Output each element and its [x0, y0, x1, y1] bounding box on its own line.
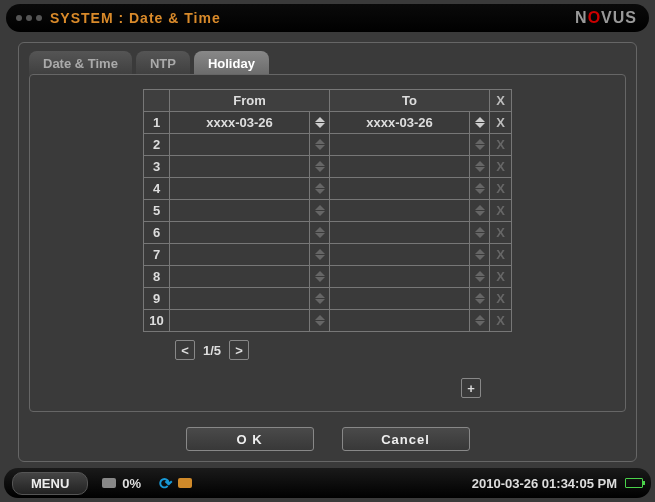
row-delete[interactable]: X — [490, 178, 512, 200]
from-value[interactable] — [170, 178, 310, 200]
tab-holiday[interactable]: Holiday — [194, 51, 269, 75]
close-icon[interactable]: X — [496, 115, 505, 130]
to-spinner[interactable] — [470, 200, 490, 222]
to-value[interactable] — [330, 222, 470, 244]
from-spinner[interactable] — [310, 112, 330, 134]
brand-o: O — [588, 9, 601, 26]
from-spinner[interactable] — [310, 266, 330, 288]
window-dots — [16, 15, 42, 21]
close-icon[interactable]: X — [496, 269, 505, 284]
title-bar: SYSTEM : Date & Time NOVUS — [6, 4, 649, 32]
from-spinner[interactable] — [310, 244, 330, 266]
brand-logo: NOVUS — [575, 9, 637, 27]
close-icon[interactable]: X — [496, 225, 505, 240]
ok-button[interactable]: O K — [186, 427, 314, 451]
to-value[interactable] — [330, 134, 470, 156]
chevron-up-icon[interactable] — [315, 117, 325, 122]
to-value[interactable] — [330, 310, 470, 332]
to-value[interactable]: xxxx-03-26 — [330, 112, 470, 134]
to-spinner[interactable] — [470, 156, 490, 178]
status-bar: MENU 0% ⟳ 2010-03-26 01:34:05 PM — [4, 468, 651, 498]
close-icon[interactable]: X — [496, 137, 505, 152]
row-delete[interactable]: X — [490, 288, 512, 310]
close-icon[interactable]: X — [496, 181, 505, 196]
row-delete[interactable]: X — [490, 266, 512, 288]
from-value[interactable] — [170, 244, 310, 266]
to-value[interactable] — [330, 156, 470, 178]
from-value[interactable] — [170, 288, 310, 310]
row-delete[interactable]: X — [490, 112, 512, 134]
row-number: 9 — [144, 288, 170, 310]
col-delete[interactable]: X — [490, 90, 512, 112]
to-value[interactable] — [330, 178, 470, 200]
refresh-icon: ⟳ — [159, 474, 172, 493]
disk-status: 0% — [102, 476, 141, 491]
from-value[interactable] — [170, 222, 310, 244]
table-row: 3X — [144, 156, 512, 178]
table-row: 9X — [144, 288, 512, 310]
settings-panel: Date & Time NTP Holiday From To X 1 xxxx… — [18, 42, 637, 462]
to-spinner[interactable] — [470, 244, 490, 266]
page-next-button[interactable]: > — [229, 340, 249, 360]
holiday-tab-body: From To X 1 xxxx-03-26 xxxx-03-26 X 2X 3… — [29, 74, 626, 412]
from-value[interactable] — [170, 156, 310, 178]
to-value[interactable] — [330, 288, 470, 310]
chevron-down-icon[interactable] — [315, 123, 325, 128]
to-spinner[interactable] — [470, 222, 490, 244]
to-spinner[interactable] — [470, 310, 490, 332]
col-from: From — [170, 90, 330, 112]
to-spinner[interactable] — [470, 288, 490, 310]
add-row-button[interactable]: + — [461, 378, 481, 398]
to-spinner[interactable] — [470, 134, 490, 156]
table-row: 6X — [144, 222, 512, 244]
to-value[interactable] — [330, 266, 470, 288]
row-delete[interactable]: X — [490, 222, 512, 244]
from-spinner[interactable] — [310, 134, 330, 156]
from-value[interactable] — [170, 200, 310, 222]
to-spinner[interactable] — [470, 112, 490, 134]
chevron-up-icon[interactable] — [475, 117, 485, 122]
from-spinner[interactable] — [310, 310, 330, 332]
brand-post: VUS — [601, 9, 637, 26]
row-delete[interactable]: X — [490, 156, 512, 178]
from-value[interactable] — [170, 266, 310, 288]
holiday-table: From To X 1 xxxx-03-26 xxxx-03-26 X 2X 3… — [143, 89, 512, 332]
menu-button[interactable]: MENU — [12, 472, 88, 495]
close-icon[interactable]: X — [496, 313, 505, 328]
from-spinner[interactable] — [310, 222, 330, 244]
row-delete[interactable]: X — [490, 134, 512, 156]
sync-status: ⟳ — [159, 474, 192, 493]
to-value[interactable] — [330, 244, 470, 266]
close-icon[interactable]: X — [496, 203, 505, 218]
from-value[interactable] — [170, 310, 310, 332]
row-delete[interactable]: X — [490, 200, 512, 222]
disk-percent: 0% — [122, 476, 141, 491]
tab-date-time[interactable]: Date & Time — [29, 51, 132, 75]
from-spinner[interactable] — [310, 288, 330, 310]
row-delete[interactable]: X — [490, 244, 512, 266]
row-number: 4 — [144, 178, 170, 200]
to-value[interactable] — [330, 200, 470, 222]
record-icon — [178, 478, 192, 488]
from-spinner[interactable] — [310, 200, 330, 222]
row-delete[interactable]: X — [490, 310, 512, 332]
to-spinner[interactable] — [470, 266, 490, 288]
from-spinner[interactable] — [310, 156, 330, 178]
chevron-down-icon[interactable] — [475, 123, 485, 128]
close-icon[interactable]: X — [496, 159, 505, 174]
table-row: 7X — [144, 244, 512, 266]
from-spinner[interactable] — [310, 178, 330, 200]
from-value[interactable]: xxxx-03-26 — [170, 112, 310, 134]
from-value[interactable] — [170, 134, 310, 156]
tab-ntp[interactable]: NTP — [136, 51, 190, 75]
page-indicator: 1/5 — [203, 343, 221, 358]
close-icon[interactable]: X — [496, 93, 505, 108]
to-spinner[interactable] — [470, 178, 490, 200]
row-number: 6 — [144, 222, 170, 244]
row-number: 1 — [144, 112, 170, 134]
cancel-button[interactable]: Cancel — [342, 427, 470, 451]
row-number: 8 — [144, 266, 170, 288]
close-icon[interactable]: X — [496, 291, 505, 306]
page-prev-button[interactable]: < — [175, 340, 195, 360]
close-icon[interactable]: X — [496, 247, 505, 262]
